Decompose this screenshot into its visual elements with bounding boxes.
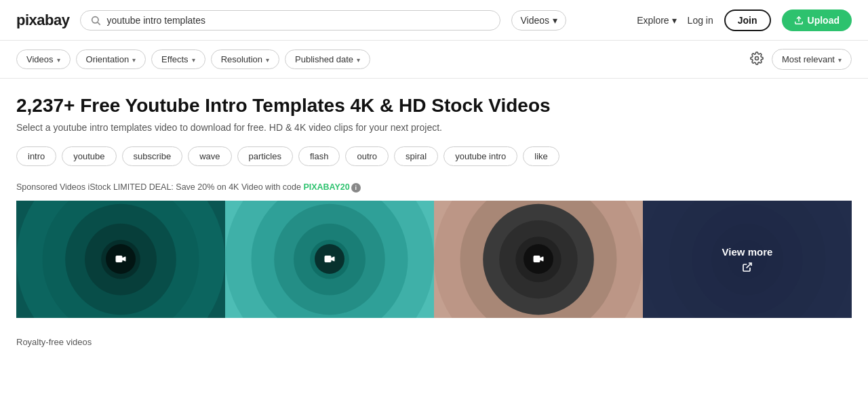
svg-point-3 bbox=[755, 57, 758, 60]
type-dropdown-label: Videos bbox=[520, 15, 549, 26]
filter-bar: Videos Orientation Effects Resolution Pu… bbox=[0, 41, 868, 79]
join-button[interactable]: Join bbox=[724, 9, 771, 31]
camera-icon bbox=[323, 252, 336, 266]
chevron-down-icon bbox=[132, 54, 136, 64]
main-content: 2,237+ Free Youtube Intro Templates 4K &… bbox=[0, 79, 868, 329]
filter-orientation-label: Orientation bbox=[86, 54, 130, 64]
upload-button[interactable]: Upload bbox=[782, 9, 852, 31]
page-title: 2,237+ Free Youtube Intro Templates 4K &… bbox=[16, 95, 852, 117]
video-card[interactable] bbox=[225, 201, 434, 318]
tag-pill[interactable]: flash bbox=[298, 146, 340, 166]
svg-line-1 bbox=[98, 22, 100, 25]
promo-code: PIXABAY20 bbox=[303, 182, 349, 192]
upload-icon bbox=[794, 16, 804, 25]
gear-icon bbox=[750, 52, 764, 65]
tag-pill[interactable]: particles bbox=[237, 146, 293, 166]
tag-pill[interactable]: like bbox=[523, 146, 559, 166]
explore-label: Explore bbox=[637, 15, 669, 26]
filter-effects[interactable]: Effects bbox=[151, 49, 205, 69]
page-subheading: Select a youtube intro templates video t… bbox=[16, 122, 852, 133]
filter-orientation[interactable]: Orientation bbox=[76, 49, 146, 69]
filter-published-date[interactable]: Published date bbox=[285, 49, 370, 69]
video-grid: View more bbox=[16, 201, 852, 318]
info-icon[interactable]: i bbox=[351, 183, 361, 193]
explore-button[interactable]: Explore ▾ bbox=[637, 15, 676, 26]
chevron-down-icon: ▾ bbox=[672, 15, 677, 26]
tags-row: introyoutubesubscribewaveparticlesflasho… bbox=[16, 146, 852, 166]
tag-pill[interactable]: wave bbox=[188, 146, 231, 166]
tag-pill[interactable]: outro bbox=[345, 146, 389, 166]
svg-line-28 bbox=[747, 263, 751, 268]
external-link-icon bbox=[742, 262, 753, 273]
tag-pill[interactable]: youtube bbox=[62, 146, 116, 166]
search-icon bbox=[90, 15, 101, 26]
upload-label: Upload bbox=[808, 15, 840, 26]
sponsored-text: Sponsored Videos iStock LIMITED DEAL: Sa… bbox=[16, 182, 303, 192]
video-thumbnail bbox=[434, 201, 643, 318]
play-button[interactable] bbox=[315, 244, 344, 274]
logo-text: pixabay bbox=[16, 12, 69, 28]
video-thumbnail bbox=[16, 201, 225, 318]
filter-published-date-label: Published date bbox=[295, 54, 353, 64]
video-card[interactable] bbox=[434, 201, 643, 318]
video-thumbnail: View more bbox=[643, 201, 852, 318]
chevron-down-icon bbox=[357, 54, 360, 64]
video-card[interactable] bbox=[16, 201, 225, 318]
chevron-down-icon bbox=[57, 54, 60, 64]
tag-pill[interactable]: spiral bbox=[394, 146, 438, 166]
royalty-label: Royalty-free videos bbox=[0, 329, 868, 355]
svg-point-0 bbox=[92, 16, 98, 22]
filter-resolution-label: Resolution bbox=[221, 54, 262, 64]
sort-label: Most relevant bbox=[782, 54, 835, 64]
type-dropdown[interactable]: Videos ▾ bbox=[511, 10, 566, 31]
search-input[interactable] bbox=[106, 15, 490, 26]
chevron-down-icon bbox=[192, 54, 195, 64]
filter-effects-label: Effects bbox=[161, 54, 189, 64]
view-more-label: View more bbox=[722, 246, 773, 258]
tag-pill[interactable]: intro bbox=[16, 146, 56, 166]
filter-videos-label: Videos bbox=[26, 54, 54, 64]
video-card[interactable]: View more bbox=[643, 201, 852, 318]
logo[interactable]: pixabay bbox=[16, 12, 69, 29]
play-button[interactable] bbox=[524, 244, 553, 274]
nav-right: Explore ▾ Log in Join Upload bbox=[637, 9, 852, 31]
camera-icon bbox=[532, 252, 545, 266]
tag-pill[interactable]: subscribe bbox=[122, 146, 183, 166]
chevron-down-icon bbox=[838, 54, 842, 64]
chevron-down-icon bbox=[266, 54, 269, 64]
sort-button[interactable]: Most relevant bbox=[772, 49, 852, 70]
camera-icon bbox=[114, 252, 127, 266]
search-bar[interactable] bbox=[80, 10, 500, 31]
login-button[interactable]: Log in bbox=[688, 15, 713, 26]
join-label: Join bbox=[738, 15, 757, 26]
video-thumbnail bbox=[225, 201, 434, 318]
tag-pill[interactable]: youtube intro bbox=[443, 146, 517, 166]
login-label: Log in bbox=[688, 15, 713, 26]
navbar: pixabay Videos ▾ Explore ▾ Log in Join U… bbox=[0, 0, 868, 41]
filter-resolution[interactable]: Resolution bbox=[211, 49, 279, 69]
settings-button[interactable] bbox=[747, 49, 766, 70]
filter-videos[interactable]: Videos bbox=[16, 49, 71, 69]
sponsored-bar: Sponsored Videos iStock LIMITED DEAL: Sa… bbox=[16, 182, 852, 193]
play-button[interactable] bbox=[106, 244, 136, 274]
chevron-down-icon: ▾ bbox=[553, 15, 557, 26]
view-more-overlay[interactable]: View more bbox=[643, 201, 852, 318]
